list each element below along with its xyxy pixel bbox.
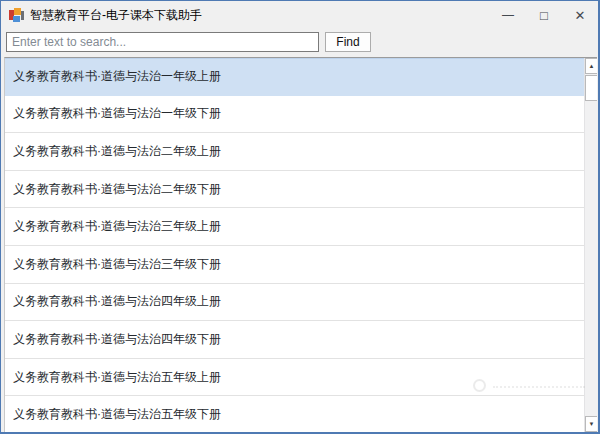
list-item[interactable]: 义务教育教科书·道德与法治四年级下册 (5, 321, 584, 359)
app-logo-icon (9, 8, 24, 23)
titlebar: 智慧教育平台-电子课本下载助手 — □ ✕ (1, 1, 598, 29)
list-item[interactable]: 义务教育教科书·道德与法治一年级上册 (5, 58, 584, 96)
list-item[interactable]: 义务教育教科书·道德与法治五年级上册 (5, 359, 584, 397)
scroll-up-button[interactable]: ▲ (585, 58, 597, 74)
app-window: 智慧教育平台-电子课本下载助手 — □ ✕ Find 义务教育教科书·道德与法治… (0, 0, 600, 434)
search-toolbar: Find (1, 29, 598, 57)
scrollbar-thumb[interactable] (585, 75, 597, 101)
maximize-button[interactable]: □ (526, 1, 562, 29)
list-item[interactable]: 义务教育教科书·道德与法治三年级上册 (5, 208, 584, 246)
list-item[interactable]: 义务教育教科书·道德与法治三年级下册 (5, 246, 584, 284)
list-item[interactable]: 义务教育教科书·道德与法治二年级上册 (5, 133, 584, 171)
scroll-down-icon: ▼ (589, 421, 595, 427)
scroll-up-icon: ▲ (589, 63, 595, 69)
minimize-button[interactable]: — (490, 1, 526, 29)
close-icon: ✕ (575, 8, 586, 23)
scrollbar[interactable]: ▲ ▼ (584, 58, 597, 432)
list-item[interactable]: 义务教育教科书·道德与法治五年级下册 (5, 396, 584, 432)
list-item[interactable]: 义务教育教科书·道德与法治一年级下册 (5, 96, 584, 134)
window-controls: — □ ✕ (490, 1, 598, 29)
minimize-icon: — (502, 8, 514, 22)
search-input[interactable] (6, 32, 319, 52)
list-item[interactable]: 义务教育教科书·道德与法治四年级上册 (5, 284, 584, 322)
close-button[interactable]: ✕ (562, 1, 598, 29)
textbook-list: 义务教育教科书·道德与法治一年级上册 义务教育教科书·道德与法治一年级下册 义务… (4, 57, 597, 432)
find-button[interactable]: Find (325, 32, 371, 52)
window-title: 智慧教育平台-电子课本下载助手 (30, 7, 490, 24)
list-item[interactable]: 义务教育教科书·道德与法治二年级下册 (5, 171, 584, 209)
textbook-list-rows: 义务教育教科书·道德与法治一年级上册 义务教育教科书·道德与法治一年级下册 义务… (5, 58, 584, 432)
maximize-icon: □ (540, 8, 548, 23)
scroll-down-button[interactable]: ▼ (585, 416, 597, 432)
